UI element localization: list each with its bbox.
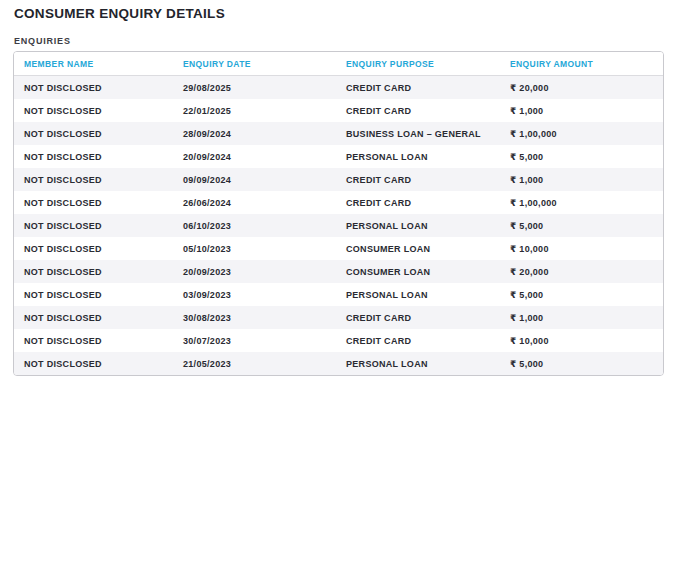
member-name-cell: NOT DISCLOSED: [14, 329, 173, 352]
enquiries-table: MEMBER NAME ENQUIRY DATE ENQUIRY PURPOSE…: [14, 52, 663, 375]
enquiry-purpose-cell: CREDIT CARD: [336, 76, 500, 100]
enquiry-purpose-cell: CREDIT CARD: [336, 191, 500, 214]
enquiry-purpose-cell: PERSONAL LOAN: [336, 352, 500, 375]
enquiry-purpose-cell: CONSUMER LOAN: [336, 260, 500, 283]
enquiry-amount-cell: ₹ 20,000: [500, 260, 663, 283]
member-name-cell: NOT DISCLOSED: [14, 76, 173, 100]
table-body: NOT DISCLOSED29/08/2025CREDIT CARD₹ 20,0…: [14, 76, 663, 376]
enquiry-purpose-cell: BUSINESS LOAN – GENERAL: [336, 122, 500, 145]
page-title: CONSUMER ENQUIRY DETAILS: [0, 0, 690, 21]
column-header-enquiry-purpose: ENQUIRY PURPOSE: [336, 52, 500, 76]
enquiry-date-cell: 22/01/2025: [173, 99, 336, 122]
enquiry-date-cell: 26/06/2024: [173, 191, 336, 214]
enquiry-purpose-cell: CREDIT CARD: [336, 329, 500, 352]
member-name-cell: NOT DISCLOSED: [14, 237, 173, 260]
enquiry-purpose-cell: CREDIT CARD: [336, 99, 500, 122]
enquiry-purpose-cell: CONSUMER LOAN: [336, 237, 500, 260]
member-name-cell: NOT DISCLOSED: [14, 352, 173, 375]
table-row: NOT DISCLOSED30/07/2023CREDIT CARD₹ 10,0…: [14, 329, 663, 352]
enquiry-amount-cell: ₹ 10,000: [500, 237, 663, 260]
enquiry-amount-cell: ₹ 5,000: [500, 283, 663, 306]
enquiry-date-cell: 29/08/2025: [173, 76, 336, 100]
enquiry-amount-cell: ₹ 5,000: [500, 352, 663, 375]
enquiry-date-cell: 28/09/2024: [173, 122, 336, 145]
consumer-enquiry-details-page: CONSUMER ENQUIRY DETAILS ENQUIRIES MEMBE…: [0, 0, 690, 568]
column-header-member-name: MEMBER NAME: [14, 52, 173, 76]
table-row: NOT DISCLOSED29/08/2025CREDIT CARD₹ 20,0…: [14, 76, 663, 100]
enquiry-amount-cell: ₹ 5,000: [500, 214, 663, 237]
member-name-cell: NOT DISCLOSED: [14, 99, 173, 122]
table-row: NOT DISCLOSED21/05/2023PERSONAL LOAN₹ 5,…: [14, 352, 663, 375]
table-row: NOT DISCLOSED06/10/2023PERSONAL LOAN₹ 5,…: [14, 214, 663, 237]
enquiry-date-cell: 20/09/2024: [173, 145, 336, 168]
member-name-cell: NOT DISCLOSED: [14, 260, 173, 283]
enquiry-purpose-cell: PERSONAL LOAN: [336, 214, 500, 237]
member-name-cell: NOT DISCLOSED: [14, 168, 173, 191]
table-row: NOT DISCLOSED09/09/2024CREDIT CARD₹ 1,00…: [14, 168, 663, 191]
enquiry-date-cell: 20/09/2023: [173, 260, 336, 283]
member-name-cell: NOT DISCLOSED: [14, 122, 173, 145]
column-header-enquiry-date: ENQUIRY DATE: [173, 52, 336, 76]
enquiry-amount-cell: ₹ 1,00,000: [500, 122, 663, 145]
enquiry-date-cell: 05/10/2023: [173, 237, 336, 260]
enquiry-date-cell: 30/07/2023: [173, 329, 336, 352]
table-row: NOT DISCLOSED20/09/2024PERSONAL LOAN₹ 5,…: [14, 145, 663, 168]
enquiry-date-cell: 21/05/2023: [173, 352, 336, 375]
enquiry-amount-cell: ₹ 20,000: [500, 76, 663, 100]
enquiry-amount-cell: ₹ 1,000: [500, 99, 663, 122]
member-name-cell: NOT DISCLOSED: [14, 306, 173, 329]
table-row: NOT DISCLOSED05/10/2023CONSUMER LOAN₹ 10…: [14, 237, 663, 260]
member-name-cell: NOT DISCLOSED: [14, 145, 173, 168]
enquiry-purpose-cell: PERSONAL LOAN: [336, 283, 500, 306]
enquiries-table-card: MEMBER NAME ENQUIRY DATE ENQUIRY PURPOSE…: [13, 51, 664, 376]
enquiries-section-label: ENQUIRIES: [14, 36, 690, 46]
table-row: NOT DISCLOSED28/09/2024BUSINESS LOAN – G…: [14, 122, 663, 145]
table-row: NOT DISCLOSED22/01/2025CREDIT CARD₹ 1,00…: [14, 99, 663, 122]
table-row: NOT DISCLOSED26/06/2024CREDIT CARD₹ 1,00…: [14, 191, 663, 214]
enquiry-purpose-cell: CREDIT CARD: [336, 168, 500, 191]
enquiry-purpose-cell: PERSONAL LOAN: [336, 145, 500, 168]
member-name-cell: NOT DISCLOSED: [14, 283, 173, 306]
table-row: NOT DISCLOSED20/09/2023CONSUMER LOAN₹ 20…: [14, 260, 663, 283]
member-name-cell: NOT DISCLOSED: [14, 191, 173, 214]
table-header-row: MEMBER NAME ENQUIRY DATE ENQUIRY PURPOSE…: [14, 52, 663, 76]
table-row: NOT DISCLOSED30/08/2023CREDIT CARD₹ 1,00…: [14, 306, 663, 329]
member-name-cell: NOT DISCLOSED: [14, 214, 173, 237]
enquiry-amount-cell: ₹ 10,000: [500, 329, 663, 352]
enquiry-amount-cell: ₹ 5,000: [500, 145, 663, 168]
enquiry-date-cell: 03/09/2023: [173, 283, 336, 306]
enquiry-date-cell: 06/10/2023: [173, 214, 336, 237]
enquiry-amount-cell: ₹ 1,000: [500, 168, 663, 191]
enquiry-date-cell: 09/09/2024: [173, 168, 336, 191]
column-header-enquiry-amount: ENQUIRY AMOUNT: [500, 52, 663, 76]
enquiry-amount-cell: ₹ 1,000: [500, 306, 663, 329]
enquiry-purpose-cell: CREDIT CARD: [336, 306, 500, 329]
table-row: NOT DISCLOSED03/09/2023PERSONAL LOAN₹ 5,…: [14, 283, 663, 306]
enquiry-amount-cell: ₹ 1,00,000: [500, 191, 663, 214]
enquiry-date-cell: 30/08/2023: [173, 306, 336, 329]
